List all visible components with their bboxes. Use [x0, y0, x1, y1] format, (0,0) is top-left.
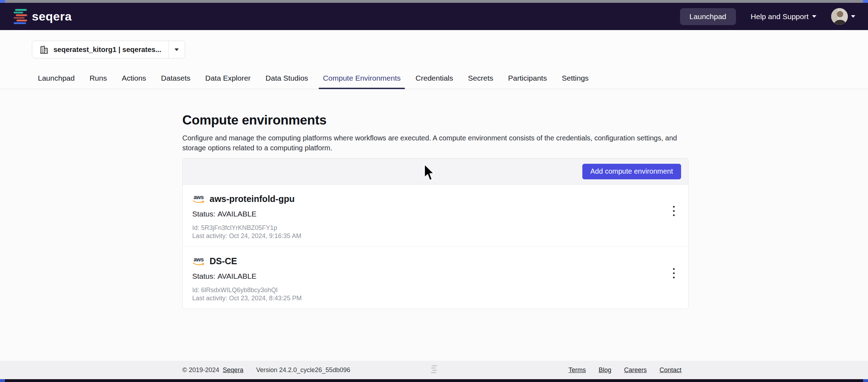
compute-environment-name[interactable]: aws-proteinfold-gpu [210, 194, 295, 204]
top-navigation-bar: seqera Launchpad Help and Support [0, 3, 868, 30]
seqera-logo-icon [13, 8, 28, 25]
tab-actions[interactable]: Actions [118, 67, 150, 89]
last-activity-label: Last activity: [192, 295, 227, 302]
help-and-support-label: Help and Support [751, 12, 809, 21]
blog-link[interactable]: Blog [599, 366, 611, 374]
status-line: Status:AVAILABLE [192, 210, 660, 218]
tab-datasets[interactable]: Datasets [157, 67, 195, 89]
compute-environment-name[interactable]: DS-CE [210, 256, 237, 266]
tab-settings[interactable]: Settings [558, 67, 593, 89]
launchpad-button[interactable]: Launchpad [680, 8, 736, 25]
workspace-selector-label: seqeratest_kitorg1 | seqerates... [53, 46, 161, 54]
aws-icon: aws [192, 195, 205, 203]
seqera-logo[interactable]: seqera [13, 8, 72, 25]
last-activity-label: Last activity: [192, 232, 227, 239]
compute-environment-card: aws DS-CE Status:AVAILABLE Id:6lRsdxWILQ… [183, 247, 688, 309]
seqera-footer-link[interactable]: Seqera [223, 366, 243, 374]
tab-runs[interactable]: Runs [85, 67, 111, 89]
workspace-header: seqeratest_kitorg1 | seqerates... Launch… [0, 30, 868, 89]
id-label: Id: [192, 224, 199, 231]
page-title: Compute environments [182, 112, 689, 128]
tab-compute-environments[interactable]: Compute Environments [319, 67, 405, 89]
window-top-edge [0, 0, 868, 3]
version-text: Version 24.2.0_cycle26_55db096 [256, 366, 350, 374]
avatar [831, 8, 848, 25]
tab-data-explorer[interactable]: Data Explorer [201, 67, 255, 89]
status-line: Status:AVAILABLE [192, 272, 660, 280]
organization-icon [39, 45, 49, 54]
workspace-selector[interactable]: seqeratest_kitorg1 | seqerates... [32, 41, 185, 58]
card-options-menu-icon[interactable] [672, 204, 676, 218]
add-compute-environment-button[interactable]: Add compute environment [582, 164, 681, 179]
workspace-selector-caret[interactable] [169, 41, 185, 58]
page-description: Configure and manage the computing platf… [182, 133, 686, 153]
footer-copyright: © 2019-2024 Seqera Version 24.2.0_cycle2… [182, 366, 350, 374]
contact-link[interactable]: Contact [659, 366, 681, 374]
status-value: AVAILABLE [217, 210, 256, 218]
compute-environment-card: aws aws-proteinfold-gpu Status:AVAILABLE… [183, 185, 688, 247]
status-label: Status: [192, 210, 215, 218]
chevron-down-icon [812, 15, 816, 18]
tab-secrets[interactable]: Secrets [464, 67, 497, 89]
tab-participants[interactable]: Participants [504, 67, 551, 89]
id-label: Id: [192, 286, 199, 294]
environment-meta: Id:5R3jFn3fclYrKNBZ05FY1p Last activity:… [192, 224, 660, 240]
copyright-text: © 2019-2024 [182, 366, 219, 374]
tab-launchpad[interactable]: Launchpad [34, 67, 79, 89]
footer-links: Terms Blog Careers Contact [569, 366, 681, 374]
seqera-watermark-icon [431, 365, 437, 376]
user-menu[interactable] [831, 8, 855, 25]
status-value: AVAILABLE [217, 272, 256, 280]
brand-name: seqera [32, 10, 72, 23]
compute-environments-panel: Add compute environment aws aws-proteinf… [182, 158, 689, 309]
aws-icon: aws [192, 257, 205, 266]
last-activity-value: Oct 23, 2024, 8:43:25 PM [229, 295, 302, 302]
id-value: 5R3jFn3fclYrKNBZ05FY1p [201, 224, 277, 231]
last-activity-value: Oct 24, 2024, 9:16:35 AM [229, 232, 301, 239]
window-bottom-edge [0, 379, 868, 382]
workspace-tabs: Launchpad Runs Actions Datasets Data Exp… [34, 67, 599, 89]
page-footer: © 2019-2024 Seqera Version 24.2.0_cycle2… [0, 361, 868, 379]
chevron-down-icon [175, 48, 179, 51]
status-label: Status: [192, 272, 215, 280]
tab-credentials[interactable]: Credentials [411, 67, 457, 89]
terms-link[interactable]: Terms [569, 366, 586, 374]
card-options-menu-icon[interactable] [672, 267, 676, 280]
panel-toolbar: Add compute environment [183, 158, 688, 185]
environment-meta: Id:6lRsdxWILQ6yb8bcy3ohQl Last activity:… [192, 286, 660, 302]
careers-link[interactable]: Careers [624, 366, 647, 374]
id-value: 6lRsdxWILQ6yb8bcy3ohQl [201, 286, 278, 294]
tab-data-studios[interactable]: Data Studios [261, 67, 312, 89]
chevron-down-icon [851, 15, 855, 18]
help-and-support-menu[interactable]: Help and Support [751, 12, 816, 21]
main-content: Compute environments Configure and manag… [0, 89, 868, 309]
workspace-page: seqeratest_kitorg1 | seqerates... Launch… [0, 30, 868, 379]
